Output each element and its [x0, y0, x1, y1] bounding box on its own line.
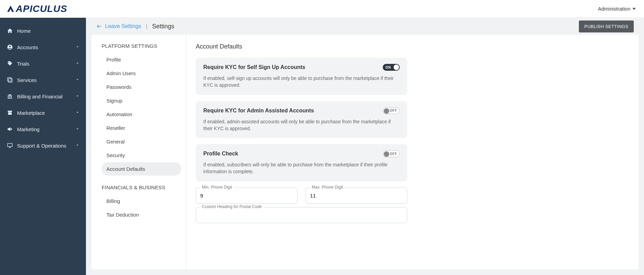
account-icon: [6, 44, 14, 50]
sidebar-item-support[interactable]: Support & Operations: [0, 137, 86, 154]
sidebar-item-label: Accounts: [17, 44, 75, 50]
svg-rect-8: [8, 98, 12, 99]
administration-menu[interactable]: Administration: [598, 6, 636, 12]
nav-item-profile[interactable]: Profile: [102, 53, 181, 66]
chevron-down-icon: [75, 94, 80, 99]
svg-rect-10: [11, 128, 12, 130]
svg-point-1: [9, 46, 11, 47]
nav-item-signup[interactable]: Signup: [102, 94, 181, 107]
breadcrumb: Leave Settings | Settings: [96, 23, 174, 30]
card-description: If enabled, admin-assisted accounts will…: [203, 118, 400, 132]
chevron-down-icon: [75, 126, 80, 132]
settings-group-title: FINANCIALS & BUSINESS: [102, 184, 181, 190]
sidebar-item-label: Support & Operations: [17, 143, 75, 149]
card-title: Require KYC for Admin Assisted Accounts: [203, 108, 314, 114]
settings-group-title: PLATFORM SETTINGS: [102, 43, 181, 49]
svg-rect-7: [11, 96, 12, 98]
sidebar-item-marketplace[interactable]: Marketplace: [0, 105, 86, 121]
megaphone-icon: [6, 126, 14, 132]
content: Leave Settings | Settings PUBLISH SETTIN…: [86, 18, 644, 275]
toggle-knob: [394, 65, 399, 70]
setting-card-kyc-admin-assisted: Require KYC for Admin Assisted Accounts …: [196, 101, 407, 138]
max-phone-field: Max. Phone Digit: [306, 188, 407, 204]
min-phone-input[interactable]: [196, 188, 297, 204]
nav-item-automation[interactable]: Automation: [102, 108, 181, 121]
store-icon: [6, 110, 14, 116]
arrow-left-icon: [96, 23, 102, 29]
sidebar-item-services[interactable]: Services: [0, 72, 86, 88]
section-title: Account Defaults: [196, 43, 629, 50]
sidebar-item-label: Billing and Financial: [17, 94, 75, 99]
administration-label: Administration: [598, 6, 630, 12]
sidebar-item-label: Marketing: [17, 126, 75, 132]
svg-rect-6: [10, 96, 10, 98]
nav-item-passwords[interactable]: Passwords: [102, 80, 181, 94]
toggle-knob: [384, 108, 389, 114]
setting-card-kyc-self-signup: Require KYC for Self Sign Up Accounts ON…: [196, 58, 407, 95]
chevron-down-icon: [75, 77, 80, 83]
sidebar-item-label: Trials: [17, 61, 75, 67]
svg-rect-9: [8, 112, 12, 115]
publish-settings-button[interactable]: PUBLISH SETTINGS: [579, 20, 634, 32]
breadcrumb-separator: |: [146, 23, 147, 29]
logo-mark-icon: [6, 4, 15, 13]
toggle-knob: [384, 151, 389, 157]
toggle-state-label: OFF: [390, 109, 397, 112]
settings-body: Account Defaults Require KYC for Self Si…: [186, 35, 639, 270]
max-phone-input[interactable]: [306, 188, 407, 204]
postal-heading-label: Custom Heading for Postal Code: [200, 204, 264, 209]
chevron-down-icon: [75, 110, 80, 116]
topbar: APICULUS Administration: [0, 0, 644, 18]
toggle-kyc-self-signup[interactable]: ON: [383, 64, 400, 71]
brand-text: APICULUS: [16, 3, 67, 14]
sidebar-item-accounts[interactable]: Accounts: [0, 39, 86, 55]
brand-logo: APICULUS: [6, 3, 67, 14]
sidebar-item-trials[interactable]: Trials: [0, 55, 86, 72]
postal-heading-field: Custom Heading for Postal Code: [196, 207, 407, 223]
settings-panel: PLATFORM SETTINGS Profile Admin Users Pa…: [91, 35, 639, 270]
sidebar-item-label: Home: [17, 28, 80, 34]
svg-rect-4: [9, 79, 12, 82]
toggle-state-label: OFF: [390, 152, 397, 156]
sidebar-item-label: Services: [17, 77, 75, 83]
bank-icon: [6, 93, 14, 99]
tag-icon: [6, 60, 14, 67]
chevron-down-icon: [75, 61, 80, 67]
sidebar-item-home[interactable]: Home: [0, 23, 86, 39]
settings-nav: PLATFORM SETTINGS Profile Admin Users Pa…: [91, 35, 186, 270]
svg-rect-3: [8, 78, 11, 81]
min-phone-field: Min. Phone Digit: [196, 188, 297, 204]
leave-settings-link[interactable]: Leave Settings: [96, 23, 141, 29]
svg-rect-11: [8, 143, 12, 147]
min-phone-label: Min. Phone Digit: [200, 185, 234, 190]
toggle-profile-check[interactable]: OFF: [383, 150, 400, 157]
home-icon: [6, 28, 14, 34]
nav-item-billing[interactable]: Billing: [102, 194, 181, 208]
card-description: If enabled, self-sign up accounts will o…: [203, 75, 400, 89]
phone-digit-row: Min. Phone Digit Max. Phone Digit: [196, 188, 407, 204]
postal-heading-input[interactable]: [196, 207, 407, 223]
sidebar-item-marketing[interactable]: Marketing: [0, 121, 86, 137]
nav-item-account-defaults[interactable]: Account Defaults: [102, 162, 181, 176]
chevron-down-icon: [75, 143, 80, 149]
caret-down-icon: [632, 8, 636, 10]
sidebar-item-label: Marketplace: [17, 110, 75, 116]
toggle-kyc-admin-assisted[interactable]: OFF: [383, 107, 400, 114]
nav-item-general[interactable]: General: [102, 135, 181, 148]
sidebar-item-billing[interactable]: Billing and Financial: [0, 88, 86, 105]
svg-point-2: [9, 62, 9, 63]
page-title: Settings: [152, 23, 174, 30]
card-title: Profile Check: [203, 151, 238, 157]
services-icon: [6, 77, 14, 83]
content-header: Leave Settings | Settings PUBLISH SETTIN…: [86, 18, 644, 35]
setting-card-profile-check: Profile Check OFF If enabled, subscriber…: [196, 144, 407, 181]
toggle-state-label: ON: [385, 66, 391, 69]
max-phone-label: Max. Phone Digit: [310, 185, 345, 190]
svg-rect-5: [8, 96, 9, 98]
card-description: If enabled, subscribers will only be abl…: [203, 161, 400, 175]
main: Home Accounts Trials Services Billing an…: [0, 18, 644, 275]
nav-item-security[interactable]: Security: [102, 149, 181, 162]
nav-item-tax-deduction[interactable]: Tax Deduction: [102, 208, 181, 221]
nav-item-admin-users[interactable]: Admin Users: [102, 67, 181, 80]
nav-item-reseller[interactable]: Reseller: [102, 121, 181, 135]
